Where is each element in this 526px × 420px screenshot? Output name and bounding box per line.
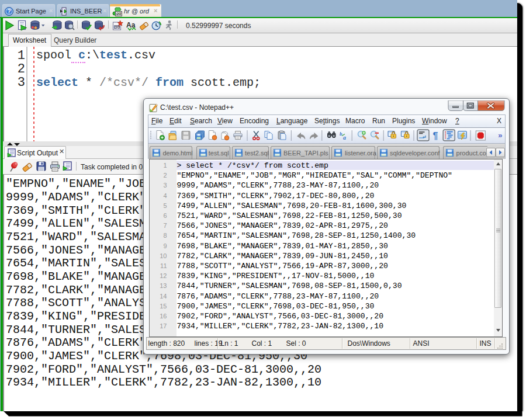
svg-text:SQL: SQL [116, 12, 122, 15]
svg-text:?: ? [7, 8, 11, 15]
svg-text:»: » [498, 131, 502, 140]
svg-text:¶: ¶ [433, 131, 438, 141]
svg-text:SQL: SQL [114, 26, 119, 29]
